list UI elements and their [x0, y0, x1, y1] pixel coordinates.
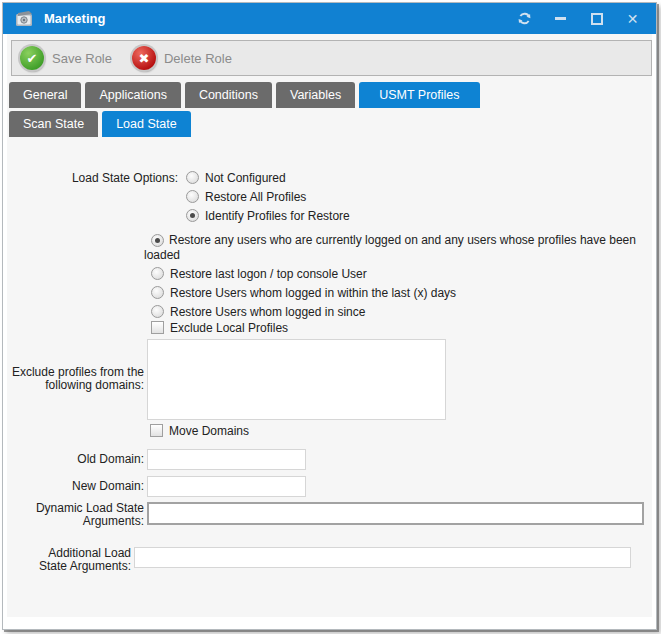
- radio-icon: [186, 190, 199, 203]
- radio-identify-profiles[interactable]: Identify Profiles for Restore: [186, 209, 350, 223]
- toolbar: ✔ Save Role ✖ Delete Role: [11, 40, 652, 76]
- radio-restore-last-logon[interactable]: Restore last logon / top console User: [151, 267, 367, 281]
- tab-applications[interactable]: Applications: [85, 82, 180, 108]
- checkbox-icon: [151, 321, 164, 334]
- sub-tabs: Scan State Load State: [9, 111, 191, 137]
- maximize-icon[interactable]: [589, 11, 604, 26]
- radio-restore-all-profiles[interactable]: Restore All Profiles: [186, 190, 306, 204]
- radio-restore-current-users[interactable]: Restore any users who are currently logg…: [144, 233, 644, 263]
- save-role-label: Save Role: [52, 51, 112, 66]
- close-icon[interactable]: ✕: [625, 11, 640, 26]
- window-title: Marketing: [44, 11, 105, 26]
- minimize-icon[interactable]: [553, 11, 568, 26]
- dynamic-args-input[interactable]: [147, 502, 644, 525]
- new-domain-label: New Domain:: [44, 476, 144, 497]
- delete-role-button[interactable]: ✖ Delete Role: [132, 46, 232, 70]
- radio-restore-last-x-days[interactable]: Restore Users whom logged in within the …: [151, 286, 456, 300]
- load-state-options-label: Load State Options:: [48, 172, 178, 185]
- main-tabs: General Applications Conditions Variable…: [9, 82, 480, 108]
- tab-general[interactable]: General: [9, 82, 81, 108]
- radio-icon: [151, 286, 164, 299]
- save-role-button[interactable]: ✔ Save Role: [20, 46, 112, 70]
- titlebar: Marketing ✕: [3, 3, 656, 34]
- app-icon: [15, 10, 35, 28]
- delete-x-icon: ✖: [132, 46, 156, 70]
- window-controls: ✕: [517, 11, 640, 26]
- old-domain-input[interactable]: [147, 449, 306, 470]
- move-domains-checkbox[interactable]: Move Domains: [150, 424, 249, 438]
- exclude-local-profiles-checkbox[interactable]: Exclude Local Profiles: [151, 321, 288, 335]
- refresh-icon[interactable]: [517, 11, 532, 26]
- exclude-domains-label: Exclude profiles from the following doma…: [9, 366, 144, 392]
- tab-usmt-profiles[interactable]: USMT Profiles: [359, 82, 479, 108]
- app-window: Marketing ✕ ✔ Save Role ✖: [2, 2, 657, 630]
- tab-conditions[interactable]: Conditions: [185, 82, 272, 108]
- radio-icon: [151, 267, 164, 280]
- radio-selected-icon: [151, 234, 164, 247]
- old-domain-label: Old Domain:: [44, 449, 144, 470]
- exclude-domains-textarea[interactable]: [147, 339, 446, 420]
- radio-icon: [186, 171, 199, 184]
- radio-restore-logged-in-since[interactable]: Restore Users whom logged in since: [151, 305, 365, 319]
- save-check-icon: ✔: [20, 46, 44, 70]
- tab-scan-state[interactable]: Scan State: [9, 111, 98, 137]
- tab-variables[interactable]: Variables: [276, 82, 355, 108]
- radio-not-configured[interactable]: Not Configured: [186, 171, 286, 185]
- dynamic-args-label: Dynamic Load State Arguments:: [32, 502, 144, 528]
- additional-args-input[interactable]: [134, 547, 631, 568]
- radio-selected-icon: [186, 209, 199, 222]
- radio-icon: [151, 305, 164, 318]
- additional-args-label: Additional Load State Arguments:: [19, 547, 131, 573]
- delete-role-label: Delete Role: [164, 51, 232, 66]
- tab-load-state[interactable]: Load State: [102, 111, 190, 137]
- new-domain-input[interactable]: [147, 476, 306, 497]
- content-area: ✔ Save Role ✖ Delete Role General Applic…: [7, 34, 652, 617]
- checkbox-icon: [150, 424, 163, 437]
